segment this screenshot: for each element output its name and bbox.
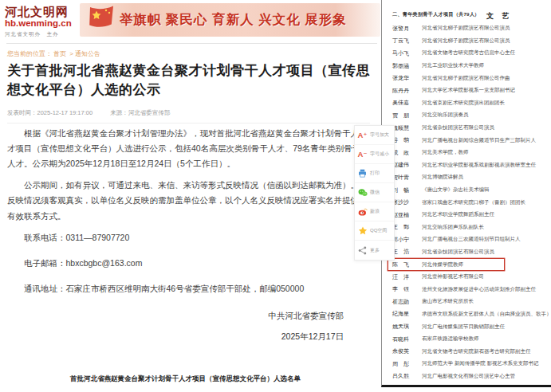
wechat-button[interactable]: 微信 [355, 183, 394, 202]
list-item: 刘 畅《唐山文学》杂志社美术编辑 [392, 184, 551, 197]
list-item-highlighted: 陈 飞河北传媒学院教师 [388, 259, 504, 270]
toolbar-label: 字号减小 [370, 151, 389, 158]
roster-section-title: 二、青年类别骨干人才项目（共79人） [392, 11, 479, 17]
list-item: 佘俊英河北省文物考古研究院新石器考古研究部副主任 [392, 345, 551, 358]
toolbar-label: 打印 [370, 170, 380, 177]
person-name: 纪海星 [392, 310, 422, 318]
person-org: 《唐山文学》杂志社美术编辑 [422, 186, 490, 194]
list-item: 姚天琪河北广电传媒集团节目购销部副主任 [392, 320, 551, 333]
list-item: 赵建伟河北艺术职业学院影视系戏剧影视表演教研室主任 [392, 159, 551, 172]
print-button[interactable]: 打印 [355, 164, 394, 183]
person-org: 河北省文物考古研究院新石器考古研究部副主任 [422, 348, 531, 355]
list-item: 贾叶青河北博物院讲解员 [392, 171, 551, 184]
signature-org: 中共河北省委宣传部 [7, 311, 358, 322]
person-name: 郭小宁 [392, 236, 422, 244]
person-org: 河北传媒学院教师 [422, 261, 463, 269]
wechat-icon [357, 188, 368, 197]
person-name: 刘 畅 [392, 186, 422, 194]
list-item: 郭小宁河北广播电视台三农频道特别节目组制片人 [392, 233, 551, 246]
list-caption: 首批河北省燕赵黄金台聚才计划骨干人才项目（宣传思想文化平台）人选名单 [7, 374, 364, 384]
person-org: 河北壹神影视艺术有限公司 [422, 273, 484, 280]
roster-category: 文 艺 [486, 11, 513, 22]
person-org: 河北广电影视文化有限公司演艺中心主管 [422, 373, 515, 380]
person-name: 王 浩 [392, 248, 422, 256]
person-org: 河北艺术职业学院舞蹈系副主任 [422, 211, 494, 218]
person-name: 郭墨涵 [392, 62, 422, 70]
share-more-button[interactable]: 更多 [355, 241, 394, 260]
person-name: 丁云飞 [392, 37, 422, 45]
list-item: 陈丹丹河北大学艺术学院影视系一党支部副书记 [392, 84, 551, 97]
person-org: 沧州文化旅游发展促进中心活动策划推介部副主任 [422, 286, 536, 293]
article-paragraph: 通讯地址：石家庄市桥西区维明南大街46号省委宣传部干部处，邮编050000 [7, 281, 364, 296]
person-name: 赵亚楠 [392, 211, 422, 219]
person-name: 谷 萌 [392, 136, 422, 144]
person-org: 河北交响乐团演奏员 [422, 112, 469, 119]
person-name: 陈丹丹 [392, 87, 422, 95]
site-header: 河北文明网 hb.wenming.cn 河北省文明办 主办 举旗帜 聚民心 育新… [5, 3, 380, 38]
breadcrumb-prefix: 您当前的位置： [7, 50, 52, 57]
person-name: 姚天琪 [392, 323, 422, 331]
list-item: 周 彤河北师范大学 新闻传播学院 影视艺术系党支部书记 [392, 358, 551, 370]
site-url: hb.wenming.cn [5, 18, 78, 29]
person-name: 崔志勋 [392, 298, 422, 306]
person-name: 陈 飞 [392, 261, 422, 269]
article-body: 根据《河北省燕赵黄金台聚才计划管理办法》，现对首批河北省燕赵黄金台聚才计划骨干人… [7, 126, 364, 307]
breadcrumb: 您当前的位置：首页 >通知公告 [7, 49, 102, 58]
person-name: 贾 朋 [392, 112, 422, 120]
person-org: 河北省河北梆子剧院演艺有限公司作曲 [422, 75, 510, 82]
article-meta: 发表时间：2025-12-17 19:17:00 来源：河北省委宣传部 [7, 109, 370, 123]
person-org: 河北大学艺术学院影视系一党支部副书记 [422, 87, 515, 94]
list-item: 赵亚楠河北艺术职业学院舞蹈系副主任 [392, 209, 551, 221]
person-org: 唐山市艺术研究所所长 [422, 298, 474, 305]
person-org: 承德市文联系统新文艺群体人员（自由择业演员、歌手） [422, 311, 551, 318]
article-paragraph: 根据《河北省燕赵黄金台聚才计划管理办法》，现对首批河北省燕赵黄金台聚才计划骨干人… [7, 126, 364, 171]
article-title: 关于首批河北省燕赵黄金台聚才计划骨干人才项目（宣传思想文化平台）人选的公示 [7, 61, 371, 100]
site-name: 河北文明网 [5, 5, 78, 18]
signature-date: 2025年12月17日 [7, 331, 358, 343]
list-item: 纪海星承德市文联系统新文艺群体人员（自由择业演员、歌手） [392, 308, 551, 321]
person-name: 佘俊英 [392, 347, 422, 355]
site-sponsor: 河北省文明办 主办 [5, 31, 78, 38]
person-org: 河北艺术职业学院影视系戏剧影视表演教研室主任 [422, 162, 536, 169]
flag-icon [85, 5, 118, 35]
person-name: 张龙华 [392, 74, 422, 82]
person-org: 河北工业职业技术大学教师 [422, 62, 484, 69]
list-item: 张龙华河北省河北梆子剧院演艺有限公司作曲 [392, 72, 551, 84]
person-name: 吕久胜 [392, 372, 422, 380]
person-org: 河北广播电视台新闻综合频道节目生产三部制片人 [422, 137, 536, 144]
person-name: 李 钰 [392, 285, 422, 293]
person-name: 吴佳嘉 [392, 99, 422, 107]
share-more-icon [357, 246, 368, 255]
qzone-icon [357, 226, 368, 235]
font-increase-icon: A⁺ [357, 131, 368, 139]
person-org: 河北省杂技团演艺有限公司演员 [422, 249, 494, 256]
person-name: 石晓科 [392, 335, 422, 343]
font-decrease-button[interactable]: A⁻字号减小 [355, 145, 394, 164]
toolbar-label: QQ空间 [370, 227, 387, 234]
page: 河北文明网 hb.wenming.cn 河北省文明办 主办 举旗帜 聚民心 育新… [0, 0, 551, 392]
person-name: 张警月 [392, 25, 422, 33]
person-name: 张沙沙 [392, 198, 422, 206]
person-org: 河北省京剧艺术研究院演出团副团长 [422, 100, 505, 107]
person-org: 河北广播电视台三农频道特别节目组制片人 [422, 236, 521, 243]
share-toolbar: A⁺字号加大A⁻字号减小打印微信新浪QQ空间更多 [354, 125, 395, 261]
list-item: 石晓科石家庄铁路运输学校教师 [392, 333, 551, 346]
qzone-button[interactable]: QQ空间 [355, 221, 394, 241]
list-item: 张警月河北省河北梆子剧院演艺有限公司演员 [392, 22, 551, 35]
person-org: 石家庄铁路运输学校教师 [422, 335, 479, 343]
person-org: 河北博物院讲解员 [422, 174, 463, 181]
roster-header: 二、青年类别骨干人才项目（共79人） 文 艺 [392, 5, 551, 22]
person-name: 贾叶青 [392, 174, 422, 182]
list-item: 王 浩河北省杂技团演艺有限公司演员 [392, 246, 551, 259]
list-item: 崔志勋唐山市艺术研究所所长 [392, 296, 551, 308]
list-item: 贾 朋河北交响乐团演奏员 [392, 109, 551, 122]
person-org: 河北交响乐团声乐队副队长 [422, 224, 484, 231]
person-org: 河北省河北梆子剧院演艺有限公司演员 [422, 25, 510, 32]
weibo-button[interactable]: 新浪 [355, 202, 394, 221]
font-increase-button[interactable]: A⁺字号加大 [355, 126, 394, 145]
site-logo[interactable]: 河北文明网 hb.wenming.cn 河北省文明办 主办 [5, 3, 78, 38]
breadcrumb-home[interactable]: 首页 [53, 50, 66, 57]
person-name: 赵建伟 [392, 161, 422, 169]
breadcrumb-current[interactable]: 通知公告 [75, 50, 100, 57]
article-paragraph: 公示期间，如有异议，可通过来电、来信、来访等形式反映情况（信函以到达邮戳为准）。… [7, 178, 364, 223]
